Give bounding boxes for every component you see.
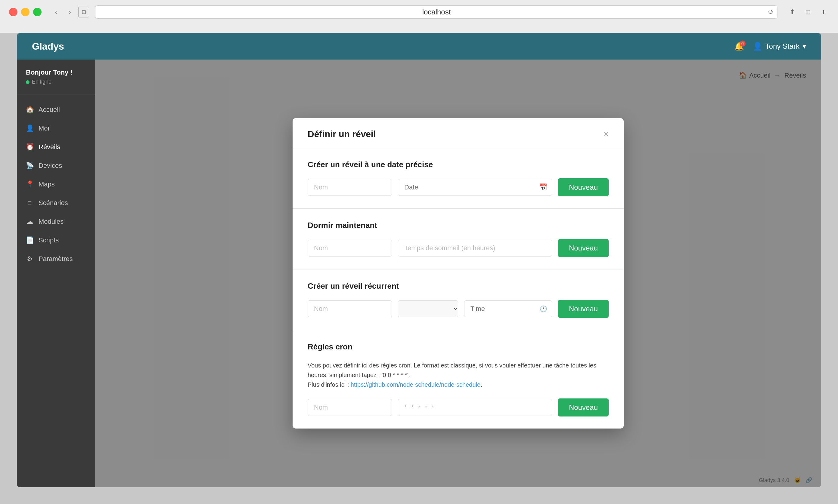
- home-icon: 🏠: [26, 106, 34, 114]
- cron-link[interactable]: https://github.com/node-schedule/node-sc…: [351, 381, 480, 388]
- form-row-cron: Nouveau: [308, 398, 609, 416]
- scripts-icon: 📄: [26, 236, 34, 244]
- app-body: Bonjour Tony ! En ligne 🏠 Accueil 👤 Moi …: [17, 59, 821, 487]
- sidebar-item-label: Réveils: [38, 143, 60, 151]
- address-text: localhost: [422, 8, 451, 16]
- cron-desc-part2: Plus d'infos ici :: [308, 381, 351, 388]
- settings-icon: ⚙: [26, 255, 34, 263]
- sidebar-item-label: Scénarios: [38, 199, 68, 207]
- recurrent-select[interactable]: [398, 301, 458, 317]
- sidebar-item-modules[interactable]: ☁ Modules: [17, 212, 95, 231]
- user-icon: 👤: [753, 42, 763, 51]
- modal-section-recurrent: Créer un réveil récurrent 🕐 Nouveau: [293, 269, 624, 330]
- back-button[interactable]: ‹: [51, 6, 62, 17]
- form-row-sleep: Nouveau: [308, 239, 609, 257]
- sidebar-item-parametres[interactable]: ⚙ Paramètres: [17, 250, 95, 268]
- online-status: En ligne: [26, 79, 86, 85]
- modal-section-date-precise: Créer un réveil à une date précise 📅 Nou…: [293, 148, 624, 209]
- sidebar-item-reveils[interactable]: ⏰ Réveils: [17, 138, 95, 156]
- date-input-wrapper: 📅: [398, 179, 552, 196]
- modal-title: Définir un réveil: [308, 129, 376, 139]
- time-input[interactable]: [464, 301, 552, 317]
- user-menu-button[interactable]: 👤 Tony Stark ▾: [753, 42, 806, 51]
- browser-chrome: ‹ › ⊡ localhost ↺ ⬆ ⊞ +: [0, 0, 838, 33]
- modal-section-dormir: Dormir maintenant Nouveau: [293, 209, 624, 269]
- name-input-recurrent[interactable]: [308, 301, 392, 317]
- sidebar-item-maps[interactable]: 📍 Maps: [17, 175, 95, 194]
- notification-badge: 0: [739, 41, 746, 47]
- maximize-dot[interactable]: [33, 8, 41, 16]
- sidebar-user: Bonjour Tony ! En ligne: [17, 69, 95, 94]
- browser-actions: ⬆ ⊞ +: [787, 6, 829, 17]
- modal-close-button[interactable]: ×: [604, 130, 609, 138]
- minimize-dot[interactable]: [21, 8, 30, 16]
- cron-rule-input[interactable]: [398, 399, 552, 416]
- user-name: Tony Stark: [766, 42, 800, 51]
- cron-desc-part1: Vous pouvez définir ici des règles cron.…: [308, 362, 596, 378]
- forward-button[interactable]: ›: [64, 6, 75, 17]
- status-label: En ligne: [32, 79, 51, 85]
- notification-button[interactable]: 🔔 0: [734, 42, 744, 51]
- nouveau-button-recurrent[interactable]: Nouveau: [558, 300, 609, 318]
- section-title-cron: Règles cron: [308, 342, 609, 352]
- nouveau-button-sleep[interactable]: Nouveau: [558, 239, 609, 257]
- sidebar: Bonjour Tony ! En ligne 🏠 Accueil 👤 Moi …: [17, 59, 95, 487]
- sidebar-toggle-button[interactable]: ⊞: [803, 6, 813, 17]
- modal-dialog: Définir un réveil × Créer un réveil à un…: [293, 118, 624, 429]
- nouveau-button-cron[interactable]: Nouveau: [558, 398, 609, 416]
- date-input[interactable]: [398, 179, 552, 196]
- sidebar-item-label: Accueil: [38, 106, 60, 114]
- online-dot: [26, 80, 30, 84]
- sidebar-item-label: Maps: [38, 180, 55, 188]
- sidebar-item-label: Scripts: [38, 236, 59, 244]
- map-icon: 📍: [26, 180, 34, 188]
- sidebar-item-label: Moi: [38, 125, 49, 132]
- dropdown-arrow-icon: ▾: [803, 42, 806, 51]
- header-right: 🔔 0 👤 Tony Stark ▾: [734, 42, 806, 51]
- modules-icon: ☁: [26, 218, 34, 226]
- sidebar-item-devices[interactable]: 📡 Devices: [17, 156, 95, 175]
- form-row-date: 📅 Nouveau: [308, 178, 609, 196]
- sidebar-username: Bonjour Tony !: [26, 69, 86, 76]
- sidebar-item-scripts[interactable]: 📄 Scripts: [17, 231, 95, 250]
- sidebar-item-accueil[interactable]: 🏠 Accueil: [17, 101, 95, 119]
- tab-view-button[interactable]: ⊡: [78, 6, 89, 17]
- scenarios-icon: ≡: [26, 199, 34, 207]
- form-row-recurrent: 🕐 Nouveau: [308, 300, 609, 318]
- browser-dots: [9, 8, 41, 16]
- modal-overlay: Définir un réveil × Créer un réveil à un…: [95, 59, 821, 487]
- section-title-recurrent: Créer un réveil récurrent: [308, 282, 609, 291]
- reload-button[interactable]: ↺: [768, 8, 773, 16]
- app-logo: Gladys: [32, 41, 64, 52]
- alarm-icon: ⏰: [26, 143, 34, 151]
- sidebar-item-label: Devices: [38, 162, 62, 169]
- add-tab-button[interactable]: +: [818, 6, 829, 17]
- main-content: 🏠 Accueil → Réveils Définir un réveil ×: [95, 59, 821, 487]
- close-dot[interactable]: [9, 8, 17, 16]
- cron-description: Vous pouvez définir ici des règles cron.…: [308, 361, 609, 390]
- app-header: Gladys 🔔 0 👤 Tony Stark ▾: [17, 33, 821, 59]
- app-container: Gladys 🔔 0 👤 Tony Stark ▾ Bonjour Tony !…: [17, 33, 821, 487]
- section-title-date-precise: Créer un réveil à une date précise: [308, 160, 609, 169]
- sidebar-item-moi[interactable]: 👤 Moi: [17, 119, 95, 138]
- browser-nav: ‹ › ⊡: [51, 6, 89, 17]
- time-input-wrapper: 🕐: [464, 301, 552, 317]
- modal-section-cron: Règles cron Vous pouvez définir ici des …: [293, 330, 624, 429]
- sidebar-item-scenarios[interactable]: ≡ Scénarios: [17, 194, 95, 212]
- address-bar[interactable]: localhost ↺: [95, 5, 778, 19]
- modal-header: Définir un réveil ×: [293, 118, 624, 148]
- user-icon: 👤: [26, 125, 34, 132]
- sidebar-item-label: Paramètres: [38, 255, 73, 263]
- share-button[interactable]: ⬆: [787, 6, 798, 17]
- name-input-cron[interactable]: [308, 399, 392, 416]
- sleep-duration-input[interactable]: [398, 240, 552, 256]
- name-input-sleep[interactable]: [308, 240, 392, 256]
- sidebar-item-label: Modules: [38, 218, 64, 226]
- nouveau-button-date[interactable]: Nouveau: [558, 178, 609, 196]
- name-input-date[interactable]: [308, 179, 392, 196]
- devices-icon: 📡: [26, 162, 34, 169]
- section-title-dormir: Dormir maintenant: [308, 221, 609, 230]
